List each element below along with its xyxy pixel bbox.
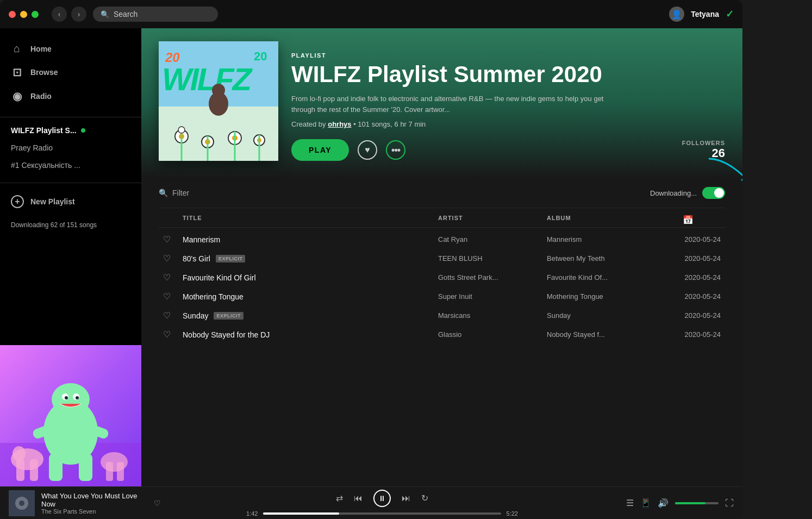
plus-icon: +: [11, 195, 24, 208]
sidebar-playlist-praey[interactable]: Praey Radio: [0, 139, 141, 157]
track-artist-1: Cat Ryan: [438, 235, 547, 243]
svg-rect-18: [106, 462, 113, 481]
previous-button[interactable]: ⏮: [354, 493, 363, 503]
shuffle-button[interactable]: ⇄: [336, 493, 343, 503]
svg-text:20: 20: [254, 49, 267, 63]
playlist-meta: PLAYLIST WILFZ Playlist Summer 2020 From…: [291, 52, 725, 161]
track-row[interactable]: ♡ Mothering Tongue Super Inuit Mothering…: [159, 287, 725, 306]
track-row[interactable]: ♡ Sunday EXPLICIT Marsicans Sunday 2020-…: [159, 306, 725, 325]
queue-icon[interactable]: ☰: [626, 498, 634, 508]
track-heart-2[interactable]: ♡: [163, 253, 183, 264]
track-name-6: Nobody Stayed for the DJ: [183, 330, 270, 339]
track-name-5: Sunday: [183, 311, 208, 320]
track-heart-3[interactable]: ♡: [163, 272, 183, 283]
sidebar-radio-label: Radio: [30, 92, 52, 101]
volume-icon[interactable]: 🔊: [658, 498, 669, 508]
repeat-button[interactable]: ↻: [421, 493, 428, 503]
wilfz-playlist-label: WILFZ Playlist S...: [11, 126, 77, 135]
artist-column-header: ARTIST: [438, 215, 547, 225]
track-heart-4[interactable]: ♡: [163, 291, 183, 302]
track-row[interactable]: ♡ Nobody Stayed for the DJ Glassio Nobod…: [159, 325, 725, 344]
checkmark-icon: ✓: [726, 8, 734, 20]
fullscreen-icon[interactable]: ⛶: [725, 498, 734, 508]
browse-icon: ⊡: [11, 66, 23, 79]
track-album-4: Mothering Tongue: [547, 292, 655, 301]
main-content: 20 WILFZ 20: [141, 28, 742, 486]
sidebar-divider: [0, 117, 141, 117]
sidebar-browse-label: Browse: [30, 68, 58, 77]
sidebar: ⌂ Home ⊡ Browse ◉ Radio WILFZ Playlist S…: [0, 28, 141, 486]
download-toggle-switch[interactable]: [702, 187, 725, 199]
new-playlist-label: New Playlist: [30, 197, 75, 206]
track-date-3: 2020-05-24: [655, 273, 721, 282]
now-playing-thumbnail: [9, 490, 35, 516]
downloading-info: Downloading 62 of 151 songs: [0, 214, 141, 236]
user-icon: 👤: [671, 9, 682, 20]
track-title-cell-6: Nobody Stayed for the DJ: [183, 330, 438, 339]
date-column-header: 📅: [655, 215, 721, 225]
control-buttons: ⇄ ⏮ ⏸ ⏭ ↻: [336, 490, 428, 507]
playlist-header: 20 WILFZ 20: [141, 28, 742, 178]
svg-point-7: [65, 396, 68, 399]
track-row[interactable]: ♡ 80's Girl EXPLICIT TEEN BLUSH Between …: [159, 249, 725, 268]
track-album-5: Sunday: [547, 311, 655, 320]
sidebar-item-browse[interactable]: ⊡ Browse: [0, 60, 141, 84]
svg-rect-14: [16, 459, 24, 481]
track-list-toolbar: 🔍 Filter Downloading...: [159, 178, 725, 208]
track-artist-5: Marsicans: [438, 311, 547, 320]
now-playing-info: What You Love You Must Love Now The Six …: [9, 490, 161, 516]
more-options-button[interactable]: •••: [386, 140, 405, 160]
track-name-1: Mannerism: [183, 235, 220, 244]
sidebar-playlists: WILFZ Playlist S... Praey Radio #1 Сексу…: [0, 122, 141, 178]
track-row[interactable]: ♡ Favourite Kind Of Girl Gotts Street Pa…: [159, 268, 725, 287]
progress-bar[interactable]: [263, 512, 501, 515]
volume-bar[interactable]: [675, 502, 719, 504]
sidebar-divider-2: [0, 183, 141, 183]
filter-input[interactable]: 🔍 Filter: [159, 189, 189, 197]
now-playing-heart-button[interactable]: ♡: [154, 499, 161, 508]
progress-fill: [263, 512, 339, 515]
track-heart-6[interactable]: ♡: [163, 329, 183, 340]
playlist-song-count: 101 songs, 6 hr 7 min: [358, 120, 426, 128]
download-arrow: [709, 156, 742, 183]
praey-playlist-label: Praey Radio: [11, 143, 53, 152]
new-playlist-button[interactable]: + New Playlist: [0, 190, 141, 214]
play-button[interactable]: PLAY: [291, 139, 349, 161]
playlist-cover: 20 WILFZ 20: [159, 41, 278, 161]
followers-label: FOLLOWERS: [682, 140, 725, 146]
track-date-6: 2020-05-24: [655, 330, 721, 339]
track-date-1: 2020-05-24: [655, 235, 721, 243]
back-button[interactable]: ‹: [52, 7, 67, 22]
track-album-3: Favourite Kind Of...: [547, 273, 655, 282]
track-heart-5[interactable]: ♡: [163, 310, 183, 321]
sidebar-item-home[interactable]: ⌂ Home: [0, 37, 141, 60]
track-title-cell-2: 80's Girl EXPLICIT: [183, 254, 438, 263]
svg-point-26: [212, 84, 225, 97]
track-artist-4: Super Inuit: [438, 292, 547, 301]
close-button[interactable]: [9, 11, 16, 18]
home-icon: ⌂: [11, 42, 23, 55]
playlist-cover-art: 20 WILFZ 20: [159, 41, 278, 161]
search-bar[interactable]: 🔍: [93, 7, 218, 22]
sidebar-playlist-wilfz[interactable]: WILFZ Playlist S...: [0, 122, 141, 139]
playlist-type-label: PLAYLIST: [291, 52, 725, 59]
search-icon: 🔍: [101, 10, 109, 18]
playlist-title: WILFZ Playlist Summer 2020: [291, 62, 725, 87]
devices-icon[interactable]: 📱: [640, 498, 651, 508]
now-playing-title: What You Love You Must Love Now: [41, 492, 143, 508]
track-title-cell-1: Mannerism: [183, 235, 438, 244]
maximize-button[interactable]: [32, 11, 39, 18]
playlist-creator-link[interactable]: ohrhys: [328, 120, 351, 128]
minimize-button[interactable]: [20, 11, 27, 18]
next-button[interactable]: ⏭: [402, 493, 410, 503]
sidebar-item-radio[interactable]: ◉ Radio: [0, 84, 141, 108]
forward-button[interactable]: ›: [71, 7, 86, 22]
radio-icon: ◉: [11, 90, 23, 103]
heart-button[interactable]: ♥: [358, 140, 377, 160]
track-heart-1[interactable]: ♡: [163, 234, 183, 245]
search-input[interactable]: [114, 10, 210, 18]
pause-button[interactable]: ⏸: [373, 490, 391, 507]
track-row[interactable]: ♡ Mannerism Cat Ryan Mannerism 2020-05-2…: [159, 230, 725, 249]
sidebar-playlist-sexy[interactable]: #1 Сексуальність ...: [0, 157, 141, 174]
track-album-6: Nobody Stayed f...: [547, 330, 655, 339]
